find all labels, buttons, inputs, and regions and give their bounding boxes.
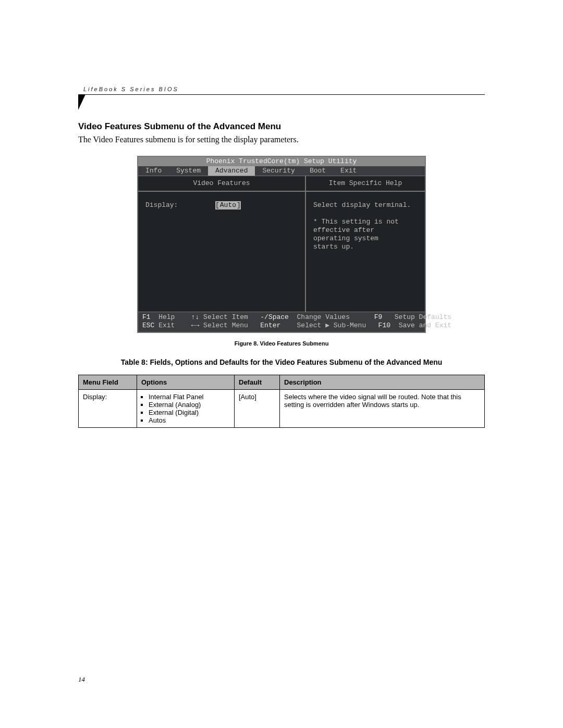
running-head: LifeBook S Series BIOS (78, 86, 485, 92)
bios-menu-advanced[interactable]: Advanced (208, 166, 255, 176)
col-description: Description (280, 375, 485, 390)
intro-paragraph: The Video Features submenu is for settin… (78, 135, 485, 144)
table-header-row: Menu Field Options Default Description (79, 375, 485, 390)
list-item: Internal Flat Panel (149, 393, 230, 401)
bios-menu-security[interactable]: Security (255, 166, 302, 176)
header-wedge-icon (78, 94, 85, 110)
bios-menu-exit[interactable]: Exit (333, 166, 364, 176)
list-item: External (Analog) (149, 401, 230, 409)
bios-help-text: Select display terminal. * This setting … (306, 192, 425, 312)
col-default: Default (235, 375, 280, 390)
bios-display-value[interactable]: [Auto] (213, 201, 243, 209)
table-row: Display: Internal Flat Panel External (A… (79, 390, 485, 428)
bios-titlebar: Phoenix TrustedCore(tm) Setup Utility (138, 157, 425, 166)
table-caption: Table 8: Fields, Options and Defaults fo… (78, 358, 485, 366)
cell-description: Selects where the video signal will be r… (280, 390, 485, 428)
section-heading: Video Features Submenu of the Advanced M… (78, 121, 485, 132)
col-options: Options (137, 375, 235, 390)
col-menu-field: Menu Field (79, 375, 137, 390)
bios-menu-system[interactable]: System (169, 166, 208, 176)
cell-default: [Auto] (235, 390, 280, 428)
bios-screenshot: Phoenix TrustedCore(tm) Setup Utility In… (137, 156, 426, 333)
figure-caption: Figure 8. Video Features Submenu (78, 340, 485, 347)
bios-footer: F1 Help ↑↓ Select Item -/Space Change Va… (138, 312, 425, 332)
cell-options: Internal Flat Panel External (Analog) Ex… (137, 390, 235, 428)
bios-menu-info[interactable]: Info (138, 166, 169, 176)
options-table: Menu Field Options Default Description D… (78, 375, 485, 428)
cell-menu-field: Display: (79, 390, 137, 428)
bios-display-field[interactable]: Display: [Auto] (145, 201, 298, 209)
page-number: 14 (78, 675, 85, 684)
bios-display-label: Display: (145, 201, 213, 209)
list-item: Autos (149, 416, 230, 424)
bios-left-panel-title: Video Features (138, 176, 305, 192)
bios-help-panel-title: Item Specific Help (306, 176, 425, 192)
bios-menu-boot[interactable]: Boot (302, 166, 333, 176)
header-rule (78, 94, 485, 95)
list-item: External (Digital) (149, 409, 230, 416)
bios-menubar: Info System Advanced Security Boot Exit (138, 166, 425, 176)
